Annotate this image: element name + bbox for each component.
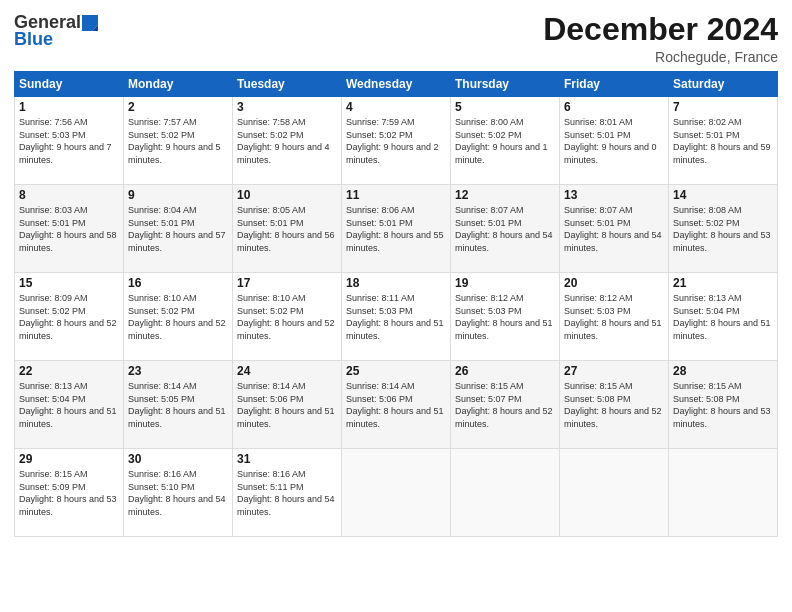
cell-empty [451,449,560,537]
cell-12: 12Sunrise: 8:07 AMSunset: 5:01 PMDayligh… [451,185,560,273]
cell-empty [342,449,451,537]
cell-info-22: Sunrise: 8:13 AMSunset: 5:04 PMDaylight:… [19,380,119,430]
cell-info-13: Sunrise: 8:07 AMSunset: 5:01 PMDaylight:… [564,204,664,254]
cell-16: 16Sunrise: 8:10 AMSunset: 5:02 PMDayligh… [124,273,233,361]
cell-info-29: Sunrise: 8:15 AMSunset: 5:09 PMDaylight:… [19,468,119,518]
cell-info-30: Sunrise: 8:16 AMSunset: 5:10 PMDaylight:… [128,468,228,518]
cell-8: 8Sunrise: 8:03 AMSunset: 5:01 PMDaylight… [15,185,124,273]
day-number-28: 28 [673,364,773,378]
day-number-31: 31 [237,452,337,466]
cell-11: 11Sunrise: 8:06 AMSunset: 5:01 PMDayligh… [342,185,451,273]
day-number-5: 5 [455,100,555,114]
cell-6: 6Sunrise: 8:01 AMSunset: 5:01 PMDaylight… [560,97,669,185]
header-wednesday: Wednesday [342,72,451,97]
week-row-2: 8Sunrise: 8:03 AMSunset: 5:01 PMDaylight… [15,185,778,273]
day-number-24: 24 [237,364,337,378]
cell-10: 10Sunrise: 8:05 AMSunset: 5:01 PMDayligh… [233,185,342,273]
cell-14: 14Sunrise: 8:08 AMSunset: 5:02 PMDayligh… [669,185,778,273]
location: Rochegude, France [543,49,778,65]
day-number-4: 4 [346,100,446,114]
logo-blue: Blue [14,29,99,50]
day-number-6: 6 [564,100,664,114]
cell-info-3: Sunrise: 7:58 AMSunset: 5:02 PMDaylight:… [237,116,337,166]
cell-27: 27Sunrise: 8:15 AMSunset: 5:08 PMDayligh… [560,361,669,449]
cell-info-28: Sunrise: 8:15 AMSunset: 5:08 PMDaylight:… [673,380,773,430]
cell-empty [669,449,778,537]
day-number-20: 20 [564,276,664,290]
title-section: December 2024 Rochegude, France [543,12,778,65]
cell-info-2: Sunrise: 7:57 AMSunset: 5:02 PMDaylight:… [128,116,228,166]
day-number-10: 10 [237,188,337,202]
day-number-29: 29 [19,452,119,466]
day-number-8: 8 [19,188,119,202]
cell-9: 9Sunrise: 8:04 AMSunset: 5:01 PMDaylight… [124,185,233,273]
day-number-17: 17 [237,276,337,290]
week-row-5: 29Sunrise: 8:15 AMSunset: 5:09 PMDayligh… [15,449,778,537]
day-number-7: 7 [673,100,773,114]
day-number-30: 30 [128,452,228,466]
cell-info-1: Sunrise: 7:56 AMSunset: 5:03 PMDaylight:… [19,116,119,166]
header-friday: Friday [560,72,669,97]
day-number-21: 21 [673,276,773,290]
header-thursday: Thursday [451,72,560,97]
day-number-1: 1 [19,100,119,114]
cell-info-12: Sunrise: 8:07 AMSunset: 5:01 PMDaylight:… [455,204,555,254]
cell-info-24: Sunrise: 8:14 AMSunset: 5:06 PMDaylight:… [237,380,337,430]
cell-info-25: Sunrise: 8:14 AMSunset: 5:06 PMDaylight:… [346,380,446,430]
cell-7: 7Sunrise: 8:02 AMSunset: 5:01 PMDaylight… [669,97,778,185]
cell-31: 31Sunrise: 8:16 AMSunset: 5:11 PMDayligh… [233,449,342,537]
cell-info-21: Sunrise: 8:13 AMSunset: 5:04 PMDaylight:… [673,292,773,342]
cell-info-31: Sunrise: 8:16 AMSunset: 5:11 PMDaylight:… [237,468,337,518]
day-number-22: 22 [19,364,119,378]
cell-13: 13Sunrise: 8:07 AMSunset: 5:01 PMDayligh… [560,185,669,273]
cell-info-14: Sunrise: 8:08 AMSunset: 5:02 PMDaylight:… [673,204,773,254]
calendar-table: Sunday Monday Tuesday Wednesday Thursday… [14,71,778,537]
cell-info-11: Sunrise: 8:06 AMSunset: 5:01 PMDaylight:… [346,204,446,254]
header: General Blue December 2024 Rochegude, Fr… [14,12,778,65]
cell-info-6: Sunrise: 8:01 AMSunset: 5:01 PMDaylight:… [564,116,664,166]
cell-info-18: Sunrise: 8:11 AMSunset: 5:03 PMDaylight:… [346,292,446,342]
day-number-25: 25 [346,364,446,378]
days-header-row: Sunday Monday Tuesday Wednesday Thursday… [15,72,778,97]
cell-info-23: Sunrise: 8:14 AMSunset: 5:05 PMDaylight:… [128,380,228,430]
cell-empty [560,449,669,537]
day-number-27: 27 [564,364,664,378]
cell-30: 30Sunrise: 8:16 AMSunset: 5:10 PMDayligh… [124,449,233,537]
cell-info-5: Sunrise: 8:00 AMSunset: 5:02 PMDaylight:… [455,116,555,166]
day-number-13: 13 [564,188,664,202]
week-row-1: 1Sunrise: 7:56 AMSunset: 5:03 PMDaylight… [15,97,778,185]
cell-29: 29Sunrise: 8:15 AMSunset: 5:09 PMDayligh… [15,449,124,537]
header-saturday: Saturday [669,72,778,97]
cell-info-7: Sunrise: 8:02 AMSunset: 5:01 PMDaylight:… [673,116,773,166]
cell-info-26: Sunrise: 8:15 AMSunset: 5:07 PMDaylight:… [455,380,555,430]
cell-19: 19Sunrise: 8:12 AMSunset: 5:03 PMDayligh… [451,273,560,361]
day-number-14: 14 [673,188,773,202]
cell-17: 17Sunrise: 8:10 AMSunset: 5:02 PMDayligh… [233,273,342,361]
day-number-3: 3 [237,100,337,114]
cell-4: 4Sunrise: 7:59 AMSunset: 5:02 PMDaylight… [342,97,451,185]
cell-info-10: Sunrise: 8:05 AMSunset: 5:01 PMDaylight:… [237,204,337,254]
week-row-3: 15Sunrise: 8:09 AMSunset: 5:02 PMDayligh… [15,273,778,361]
day-number-12: 12 [455,188,555,202]
page-container: General Blue December 2024 Rochegude, Fr… [0,0,792,612]
day-number-19: 19 [455,276,555,290]
cell-info-8: Sunrise: 8:03 AMSunset: 5:01 PMDaylight:… [19,204,119,254]
day-number-23: 23 [128,364,228,378]
day-number-2: 2 [128,100,228,114]
month-title: December 2024 [543,12,778,47]
day-number-26: 26 [455,364,555,378]
cell-23: 23Sunrise: 8:14 AMSunset: 5:05 PMDayligh… [124,361,233,449]
cell-25: 25Sunrise: 8:14 AMSunset: 5:06 PMDayligh… [342,361,451,449]
day-number-9: 9 [128,188,228,202]
cell-info-4: Sunrise: 7:59 AMSunset: 5:02 PMDaylight:… [346,116,446,166]
header-sunday: Sunday [15,72,124,97]
cell-5: 5Sunrise: 8:00 AMSunset: 5:02 PMDaylight… [451,97,560,185]
cell-info-19: Sunrise: 8:12 AMSunset: 5:03 PMDaylight:… [455,292,555,342]
cell-2: 2Sunrise: 7:57 AMSunset: 5:02 PMDaylight… [124,97,233,185]
header-monday: Monday [124,72,233,97]
day-number-15: 15 [19,276,119,290]
day-number-18: 18 [346,276,446,290]
cell-28: 28Sunrise: 8:15 AMSunset: 5:08 PMDayligh… [669,361,778,449]
cell-24: 24Sunrise: 8:14 AMSunset: 5:06 PMDayligh… [233,361,342,449]
cell-22: 22Sunrise: 8:13 AMSunset: 5:04 PMDayligh… [15,361,124,449]
